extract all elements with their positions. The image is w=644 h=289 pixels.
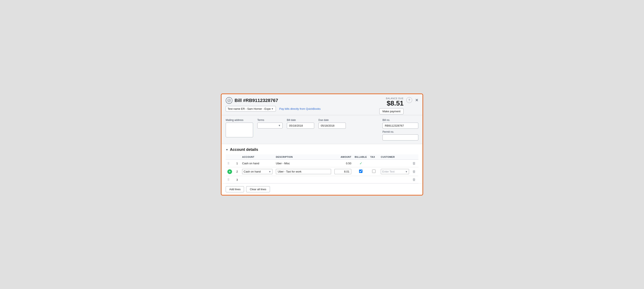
terms-label: Terms <box>257 119 282 122</box>
account-select-arrow-2[interactable]: ▼ <box>269 170 271 173</box>
account-details-section: ▼ Account details ACCOUNT DESCRIPTION AM… <box>222 144 422 184</box>
delete-cell-3: 🗑 <box>411 176 418 184</box>
description-input-2[interactable] <box>276 169 331 174</box>
bill-no-label: Bill no. <box>382 119 418 122</box>
permit-no-group: Permit no. <box>382 130 418 140</box>
vendor-select-text: Test name ER - Sam Horner - Expe <box>228 107 270 110</box>
col-header-description: DESCRIPTION <box>274 154 333 160</box>
section-toggle-icon[interactable]: ▼ <box>226 148 228 151</box>
delete-cell-1: 🗑 <box>411 160 418 167</box>
mailing-address-label: Mailing address <box>226 119 253 122</box>
account-select-text-2: Cash on hand <box>244 170 269 173</box>
drag-icon: ⠿ <box>228 162 230 165</box>
due-date-group: Due date <box>318 119 346 129</box>
customer-cell-1 <box>379 160 411 167</box>
table-row: + 2 Cash on hand ▼ <box>226 167 418 176</box>
form-right: Bill no. Permit no. <box>382 119 418 140</box>
col-header-customer: CUSTOMER <box>379 154 411 160</box>
delete-row-1-button[interactable]: 🗑 <box>412 162 416 165</box>
description-cell-3 <box>274 176 333 184</box>
pay-bills-link[interactable]: Pay bills directly from QuickBooks <box>279 107 320 110</box>
balance-amount: $8.51 <box>379 100 404 107</box>
tax-cell-2[interactable] <box>368 167 379 176</box>
mailing-address-group: Mailing address <box>226 119 253 137</box>
permit-no-input[interactable] <box>382 134 418 140</box>
account-details-table: ACCOUNT DESCRIPTION AMOUNT BILLABLE TAX … <box>226 154 418 184</box>
add-row-button[interactable]: + <box>228 169 232 174</box>
billable-checkbox-2[interactable] <box>359 170 362 173</box>
clear-all-lines-button[interactable]: Clear all lines <box>246 186 270 192</box>
bill-date-input[interactable] <box>287 123 314 129</box>
terms-select[interactable]: ▼ <box>257 123 282 128</box>
description-value-1: Uber - Misc <box>276 162 290 165</box>
bill-date-label: Bill date <box>287 119 314 122</box>
account-value-1: Cash on hand <box>242 162 259 165</box>
tax-cell-1 <box>368 160 379 167</box>
billable-cell-1: ✓ <box>353 160 368 167</box>
account-cell-1: Cash on hand <box>240 160 274 167</box>
drag-handle-1[interactable]: ⠿ <box>226 160 234 167</box>
make-payment-button[interactable]: Make payment <box>379 108 404 114</box>
bill-no-input[interactable] <box>382 123 418 129</box>
amount-input-2[interactable] <box>334 169 351 174</box>
billable-check-1: ✓ <box>360 162 362 165</box>
description-cell-1: Uber - Misc <box>274 160 333 167</box>
customer-cell-3 <box>379 176 411 184</box>
col-header-account: ACCOUNT <box>240 154 274 160</box>
col-header-num <box>234 154 240 160</box>
form-section: Mailing address Terms ▼ Bill date Due da… <box>222 115 422 144</box>
customer-cell-2: Enter Text ▼ <box>379 167 411 176</box>
account-cell-3 <box>240 176 274 184</box>
customer-select-text-2: Enter Text <box>382 170 405 173</box>
customer-select-arrow-2[interactable]: ▼ <box>405 170 408 173</box>
vendor-dropdown-arrow[interactable]: ▼ <box>270 107 274 110</box>
col-header-billable: BILLABLE <box>353 154 368 160</box>
terms-dropdown-arrow[interactable]: ▼ <box>278 124 281 127</box>
vendor-select[interactable]: Test name ER - Sam Horner - Expe ▼ <box>226 106 276 112</box>
account-select-2[interactable]: Cash on hand ▼ <box>242 169 272 174</box>
mailing-address-input[interactable] <box>226 123 253 137</box>
account-cell-2: Cash on hand ▼ <box>240 167 274 176</box>
amount-cell-1: 0.50 <box>333 160 353 167</box>
drag-icon-3: ⠿ <box>228 178 230 181</box>
row-num-3: 3 <box>234 176 240 184</box>
amount-cell-2 <box>333 167 353 176</box>
amount-value-1: 0.50 <box>346 162 351 165</box>
col-header-delete <box>411 154 418 160</box>
row-num-1: 1 <box>234 160 240 167</box>
bill-window: Bill #RB9112328767 BALANCE DUE $8.51 Mak… <box>221 93 423 196</box>
add-row-cell: + <box>226 167 234 176</box>
add-lines-button[interactable]: Add lines <box>226 186 244 192</box>
delete-cell-2: 🗑 <box>411 167 418 176</box>
col-header-hash <box>226 154 234 160</box>
table-row: ⠿ 3 🗑 <box>226 176 418 184</box>
bill-date-group: Bill date <box>287 119 314 129</box>
customer-select-2[interactable]: Enter Text ▼ <box>381 169 409 174</box>
bill-icon <box>226 97 232 104</box>
permit-no-label: Permit no. <box>382 130 418 133</box>
tax-cell-3 <box>368 176 379 184</box>
close-button[interactable]: ✕ <box>414 97 419 103</box>
svg-point-0 <box>228 99 230 102</box>
delete-row-2-button[interactable]: 🗑 <box>412 170 416 174</box>
col-header-tax: TAX <box>368 154 379 160</box>
billable-cell-3 <box>353 176 368 184</box>
section-title: Account details <box>230 147 258 152</box>
balance-section: BALANCE DUE $8.51 Make payment <box>379 97 404 114</box>
terms-group: Terms ▼ <box>257 119 282 128</box>
col-header-amount: AMOUNT <box>333 154 353 160</box>
footer-buttons: Add lines Clear all lines <box>222 184 422 195</box>
due-date-label: Due date <box>318 119 346 122</box>
description-cell-2 <box>274 167 333 176</box>
delete-row-3-button[interactable]: 🗑 <box>412 178 416 182</box>
tax-checkbox-2[interactable] <box>372 170 376 173</box>
bill-no-group: Bill no. <box>382 119 418 129</box>
due-date-input[interactable] <box>318 123 346 129</box>
section-header: ▼ Account details <box>226 147 418 152</box>
row-num-2: 2 <box>234 167 240 176</box>
help-button[interactable]: ? <box>406 97 412 103</box>
table-row: ⠿ 1 Cash on hand Uber - Misc 0.50 ✓ <box>226 160 418 167</box>
billable-cell-2[interactable] <box>353 167 368 176</box>
amount-cell-3 <box>333 176 353 184</box>
drag-handle-3[interactable]: ⠿ <box>226 176 234 184</box>
